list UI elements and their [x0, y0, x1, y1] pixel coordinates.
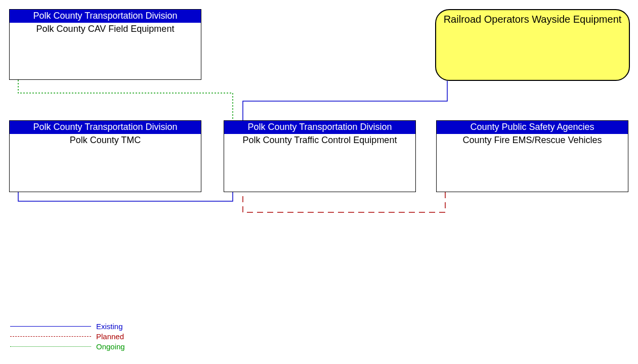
legend-line-ongoing — [10, 346, 91, 347]
node-header: Polk County Transportation Division — [10, 121, 201, 134]
legend: Existing Planned Ongoing — [10, 321, 125, 351]
connector-cav-to-traffic — [18, 80, 233, 120]
node-body: Polk County Traffic Control Equipment — [224, 134, 415, 147]
connector-fire-to-traffic — [243, 192, 445, 212]
connector-railroad-to-traffic — [243, 81, 447, 120]
legend-row-ongoing: Ongoing — [10, 341, 125, 351]
node-header: Polk County Transportation Division — [10, 10, 201, 23]
node-body: Polk County TMC — [10, 134, 201, 147]
node-body: County Fire EMS/Rescue Vehicles — [437, 134, 628, 147]
legend-label-ongoing: Ongoing — [96, 342, 125, 351]
legend-row-planned: Planned — [10, 331, 125, 341]
connector-tmc-to-traffic — [18, 192, 233, 201]
legend-label-existing: Existing — [96, 322, 123, 331]
node-header: Polk County Transportation Division — [224, 121, 415, 134]
node-body: Railroad Operators Wayside Equipment — [441, 12, 625, 26]
legend-line-planned — [10, 336, 91, 337]
legend-label-planned: Planned — [96, 332, 124, 341]
node-railroad-wayside-equipment[interactable]: Railroad Operators Wayside Equipment — [435, 9, 630, 81]
node-polk-tmc[interactable]: Polk County Transportation Division Polk… — [9, 120, 201, 192]
node-header: County Public Safety Agencies — [437, 121, 628, 134]
node-polk-traffic-control-equipment[interactable]: Polk County Transportation Division Polk… — [224, 120, 416, 192]
legend-row-existing: Existing — [10, 321, 125, 331]
legend-line-existing — [10, 326, 91, 327]
node-county-fire-ems-vehicles[interactable]: County Public Safety Agencies County Fir… — [436, 120, 628, 192]
node-body: Polk County CAV Field Equipment — [10, 23, 201, 36]
node-polk-cav-field-equipment[interactable]: Polk County Transportation Division Polk… — [9, 9, 201, 80]
